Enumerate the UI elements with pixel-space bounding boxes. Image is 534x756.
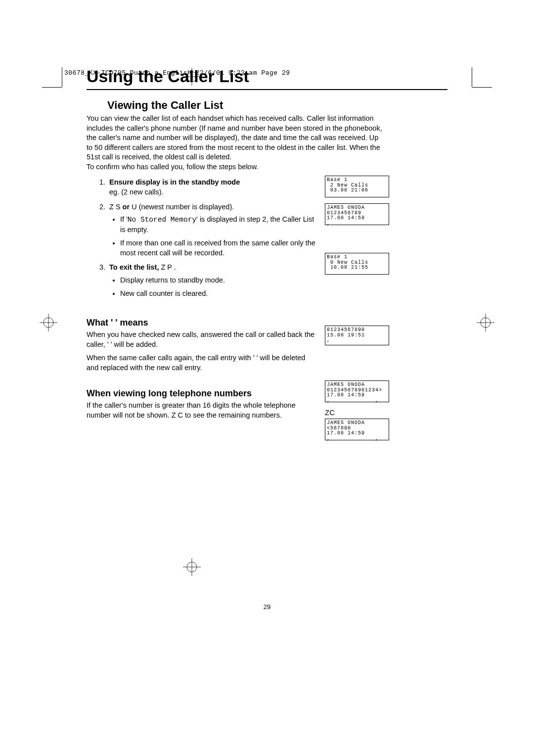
page-number: 29 (87, 603, 447, 611)
step3-bullet-2: New call counter is cleared. (120, 289, 319, 299)
what-means-para2: When the same caller calls again, the ca… (87, 353, 319, 373)
zc-label: ZC (325, 408, 399, 417)
step3-tail: Z P . (159, 263, 176, 271)
step-1: Ensure display is in the standby mode eg… (107, 178, 319, 197)
registration-mark-left (40, 314, 57, 331)
lcd-long-number-1: JAMES ONODA 012345678901234> 17.08 14:59… (325, 380, 389, 402)
step2-tail: U (newest number is displayed). (132, 203, 234, 211)
registration-mark-bottom (183, 558, 201, 576)
lcd-checkmark: 01234567890 15.08 19:51 , (325, 326, 389, 345)
step1-bold: Ensure display is in the standby mode (109, 178, 240, 186)
step3-bold: To exit the list, (109, 263, 159, 271)
section-heading-long-numbers: When viewing long telephone numbers (87, 388, 319, 399)
step-2: Z S or U (newest number is displayed). I… (107, 202, 319, 258)
long-numbers-para: If the caller's number is greater than 1… (87, 401, 319, 420)
registration-mark-right (477, 314, 494, 331)
what-means-para1: When you have checked new calls, answere… (87, 330, 319, 349)
intro-paragraph: You can view the caller list of each han… (87, 114, 383, 172)
title-rule (87, 89, 447, 90)
step2-lead: Z S (109, 203, 121, 211)
section-heading-viewing: Viewing the Caller List (107, 99, 447, 112)
lcd-exit: Base 1 0 New Calls 10.08 21:55 (325, 253, 389, 275)
lcd-standby: Base 1 2 New Calls 03.08 21:06 (325, 176, 389, 197)
section-heading-what-means: What ' ' means (87, 318, 319, 328)
step2-bullet-2: If more than one call is received from t… (120, 238, 319, 258)
step2-or: or (121, 203, 132, 211)
step-3: To exit the list, Z P . Display returns … (107, 263, 319, 299)
step2-bullet-1: If 'No Stored Memory' is displayed in st… (120, 215, 319, 235)
lcd-long-number-2: JAMES ONODA <567890 17.08 14:59 , , (325, 419, 389, 440)
no-stored-memory-text: No Stored Memory (128, 216, 196, 224)
step1-sub: eg. (2 new calls). (109, 188, 164, 196)
lcd-caller-entry: JAMES ONODA 0123456789 17.08 14:59 , (325, 203, 389, 225)
step3-bullet-1: Display returns to standby mode. (120, 276, 319, 285)
page-title: Using the Caller List (87, 67, 447, 86)
